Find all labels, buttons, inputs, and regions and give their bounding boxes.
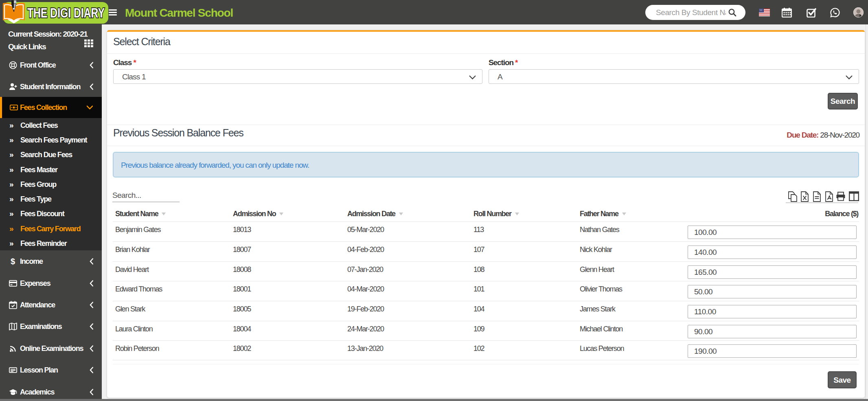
svg-text:THE DIGI DIARY: THE DIGI DIARY — [27, 5, 105, 20]
svg-text:$: $ — [11, 257, 15, 265]
